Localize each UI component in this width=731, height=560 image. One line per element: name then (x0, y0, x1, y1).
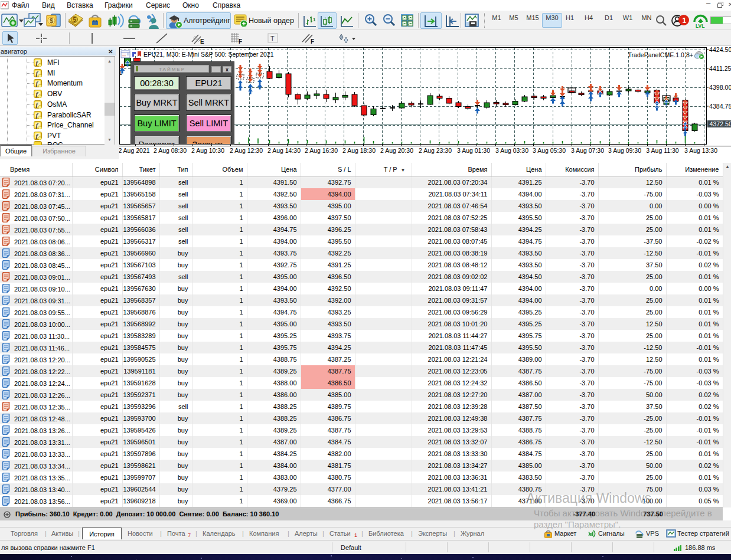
svg-text:4424.50: 4424.50 (709, 46, 731, 53)
svg-text:TradePanelCME.1.0.8+: TradePanelCME.1.0.8+ (628, 51, 693, 58)
svg-text:2 Aug 18:30: 2 Aug 18:30 (342, 147, 376, 154)
svg-text:3 Aug 03:30: 3 Aug 03:30 (495, 147, 528, 154)
svg-text:F: F (239, 38, 242, 44)
svg-text:3 Aug 07:30: 3 Aug 07:30 (571, 147, 604, 154)
svg-text:2 Aug 14:30: 2 Aug 14:30 (267, 147, 301, 154)
svg-text:F: F (311, 38, 314, 44)
svg-text:EPU21, M30: E-Mini S&P 500: Se: EPU21, M30: E-Mini S&P 500: September 20… (143, 51, 274, 58)
svg-text:2 Aug 16:30: 2 Aug 16:30 (305, 147, 338, 154)
svg-text:3 Aug 09:30: 3 Aug 09:30 (608, 147, 641, 154)
svg-text:5: 5 (73, 17, 77, 23)
svg-text:2 Aug 23:30: 2 Aug 23:30 (419, 147, 452, 154)
svg-text:2 Aug 2021: 2 Aug 2021 (119, 147, 150, 154)
svg-text:3 Aug 05:30: 3 Aug 05:30 (533, 147, 566, 154)
svg-text:4372.50: 4372.50 (710, 120, 731, 127)
svg-text:2 Aug 08:30: 2 Aug 08:30 (154, 147, 187, 154)
svg-text:LVL: LVL (696, 23, 704, 28)
svg-text:$: $ (50, 17, 53, 24)
svg-text:2 Aug 20:30: 2 Aug 20:30 (380, 147, 413, 154)
svg-text:3 Aug 13:30: 3 Aug 13:30 (684, 147, 717, 154)
svg-text:2 Aug 12:30: 2 Aug 12:30 (230, 147, 263, 154)
svg-text:E: E (200, 38, 204, 44)
svg-text:4384.75: 4384.75 (709, 103, 731, 110)
svg-text:3 Aug 11:30: 3 Aug 11:30 (646, 147, 678, 154)
svg-text:4398.00: 4398.00 (709, 84, 731, 91)
svg-text:3 Aug 01:30: 3 Aug 01:30 (457, 147, 490, 154)
svg-text:1: 1 (683, 17, 687, 25)
svg-text:T: T (270, 35, 275, 42)
svg-text:2 Aug 10:30: 2 Aug 10:30 (191, 147, 224, 154)
svg-text:1: 1 (313, 17, 316, 22)
svg-text:4411.25: 4411.25 (709, 65, 731, 72)
